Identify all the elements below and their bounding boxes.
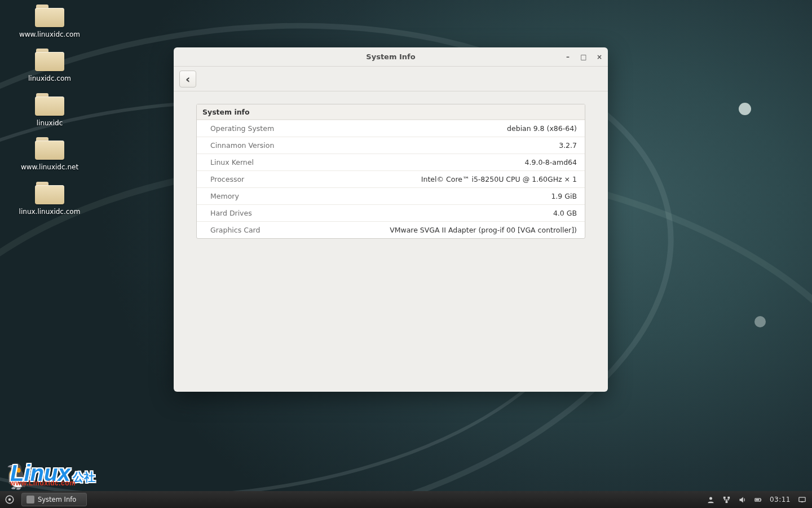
info-row-os: Operating System debian 9.8 (x86-64) [197,120,585,137]
window-title: System Info [366,52,415,61]
taskbar[interactable]: System Info 03:11 [0,491,812,508]
close-button[interactable]: × [595,53,603,61]
folder-icon [35,137,64,160]
folder-icon [35,93,64,116]
close-icon: × [597,53,602,61]
svg-rect-10 [801,501,803,502]
desktop: www.linuxidc.com linuxidc.com linuxidc w… [0,0,812,508]
svg-rect-5 [726,501,728,503]
battery-icon[interactable] [754,495,763,504]
wallpaper-dot [739,103,751,115]
desktop-icon-label: linuxidc.com [28,75,71,82]
desktop-icon-label: www.linuxidc.net [21,163,78,171]
folder-icon [35,182,64,204]
section-header: System info [197,104,585,120]
system-info-box: System info Operating System debian 9.8 … [196,104,585,239]
svg-rect-7 [761,499,761,501]
row-value: Intel© Core™ i5-8250U CPU @ 1.60GHz × 1 [421,175,577,183]
svg-rect-4 [728,496,730,498]
row-label: Linux Kernel [210,158,254,167]
row-value: VMware SVGA II Adapter (prog-if 00 [VGA … [390,226,577,234]
chevron-left-icon: ‹ [186,72,190,86]
row-value: 4.9.0-8-amd64 [525,158,577,167]
svg-point-1 [8,498,11,501]
network-icon[interactable] [722,495,731,504]
info-row-gpu: Graphics Card VMware SVGA II Adapter (pr… [197,221,585,238]
svg-rect-3 [723,496,726,498]
row-label: Operating System [210,124,274,133]
row-value: 4.0 GB [553,209,577,217]
desktop-icon-label: www.linuxidc.com [19,30,80,38]
svg-rect-9 [798,497,805,502]
watermark-suffix: 公社 [73,471,95,483]
folder-icon [35,49,64,71]
row-value: debian 9.8 (x86-64) [507,124,577,133]
row-value: 1.9 GiB [551,192,577,200]
desktop-folder[interactable]: linuxidc.com [16,49,83,82]
watermark: Linux公社 www.Linuxidc.com [10,464,95,487]
minimize-button[interactable]: – [564,53,572,61]
user-icon[interactable] [707,495,716,504]
desktop-folder[interactable]: linux.linuxidc.com [16,182,83,216]
row-label: Processor [210,175,244,183]
desktop-folder[interactable]: www.linuxidc.com [16,5,83,38]
row-label: Graphics Card [210,226,260,234]
info-row-kernel: Linux Kernel 4.9.0-8-amd64 [197,154,585,170]
taskbar-item-label: System Info [38,496,76,503]
desktop-folder[interactable]: www.linuxidc.net [16,137,83,171]
desktop-icons: www.linuxidc.com linuxidc.com linuxidc w… [16,5,83,216]
back-button[interactable]: ‹ [179,71,196,87]
window-content: System info Operating System debian 9.8 … [174,91,608,392]
window-controls: – □ × [564,47,603,67]
desktop-icon-label: linux.linuxidc.com [19,208,81,216]
desktop-folder[interactable]: linuxidc [16,93,83,127]
maximize-button[interactable]: □ [580,53,588,61]
svg-rect-8 [756,499,760,501]
row-value: 3.2.7 [559,141,577,150]
minimize-icon: – [566,53,570,61]
desktop-icon-label: linuxidc [37,119,63,127]
info-row-cinnamon: Cinnamon Version 3.2.7 [197,137,585,154]
show-desktop-icon[interactable] [797,495,806,504]
window-toolbar: ‹ [174,67,608,91]
info-row-drives: Hard Drives 4.0 GB [197,204,585,221]
info-row-processor: Processor Intel© Core™ i5-8250U CPU @ 1.… [197,170,585,187]
cinnamon-menu-icon [5,494,15,505]
folder-icon [35,5,64,27]
row-label: Memory [210,192,239,200]
volume-icon[interactable] [738,495,747,504]
window-titlebar[interactable]: System Info – □ × [174,47,608,67]
app-icon [27,496,34,503]
maximize-icon: □ [580,53,586,61]
clock[interactable]: 03:11 [770,496,791,503]
wallpaper-dot [754,316,766,327]
row-label: Hard Drives [210,209,252,217]
system-tray: 03:11 [707,491,812,508]
taskbar-left: System Info [0,491,87,508]
menu-button[interactable] [0,491,19,508]
taskbar-item-system-info[interactable]: System Info [21,493,87,506]
info-row-memory: Memory 1.9 GiB [197,187,585,204]
system-info-window[interactable]: System Info – □ × ‹ System info Operatin… [174,47,608,392]
row-label: Cinnamon Version [210,141,274,150]
svg-point-2 [709,497,712,500]
